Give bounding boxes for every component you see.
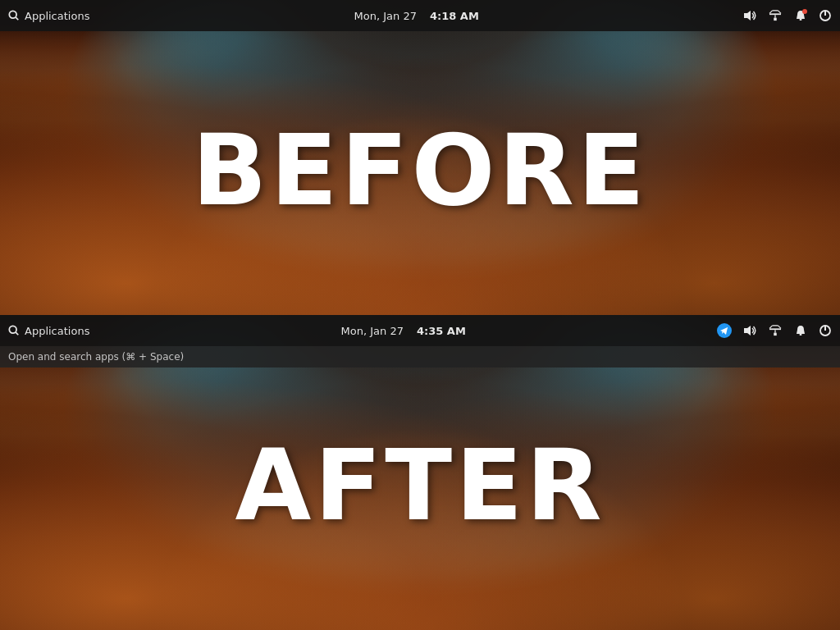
before-system-tray [743, 9, 832, 22]
volume-icon-before[interactable] [743, 10, 756, 21]
network-icon-after[interactable] [768, 325, 783, 336]
applications-menu-before[interactable]: Applications [8, 10, 89, 22]
notification-bell-before[interactable] [794, 9, 807, 22]
after-label: AFTER [235, 428, 605, 542]
svg-marker-16 [744, 326, 751, 336]
before-taskbar: Applications Mon, Jan 27 4:18 AM [0, 0, 840, 31]
after-system-tray [717, 323, 832, 338]
power-icon-after[interactable] [819, 324, 832, 337]
applications-menu-after[interactable]: Applications [8, 325, 89, 337]
svg-line-21 [778, 326, 782, 329]
svg-line-6 [769, 11, 773, 14]
svg-rect-9 [800, 19, 802, 21]
network-icon-before[interactable] [768, 10, 783, 21]
svg-point-0 [9, 11, 16, 18]
svg-line-1 [16, 17, 18, 20]
svg-line-7 [778, 11, 782, 14]
svg-rect-4 [769, 13, 781, 15]
applications-label-after: Applications [25, 325, 89, 337]
svg-marker-2 [744, 11, 751, 21]
volume-icon-after[interactable] [743, 325, 756, 336]
hint-bar: Open and search apps (⌘ + Space) [0, 346, 840, 368]
after-date: Mon, Jan 27 [341, 325, 404, 337]
before-date: Mon, Jan 27 [354, 10, 417, 22]
after-taskbar: Applications Mon, Jan 27 4:35 AM [0, 315, 840, 346]
after-time: 4:35 AM [417, 325, 466, 337]
applications-label-before: Applications [25, 10, 89, 22]
before-datetime: Mon, Jan 27 4:18 AM [89, 10, 743, 22]
after-datetime: Mon, Jan 27 4:35 AM [89, 325, 717, 337]
before-time: 4:18 AM [430, 10, 479, 22]
svg-line-14 [16, 332, 18, 335]
search-icon-before [8, 10, 20, 21]
search-icon-after [8, 325, 20, 336]
hint-text: Open and search apps (⌘ + Space) [8, 351, 184, 363]
before-panel: Applications Mon, Jan 27 4:18 AM [0, 0, 840, 315]
svg-point-13 [9, 326, 16, 333]
svg-rect-3 [774, 18, 777, 21]
svg-rect-23 [800, 334, 802, 336]
notification-bell-after[interactable] [794, 324, 807, 337]
after-panel: Applications Mon, Jan 27 4:35 AM [0, 315, 840, 630]
svg-point-10 [802, 9, 807, 14]
power-icon-before[interactable] [819, 9, 832, 22]
svg-rect-18 [769, 328, 781, 330]
svg-line-20 [769, 326, 773, 329]
before-label: BEFORE [192, 113, 648, 227]
telegram-icon-after[interactable] [717, 323, 732, 338]
svg-rect-17 [774, 333, 777, 336]
